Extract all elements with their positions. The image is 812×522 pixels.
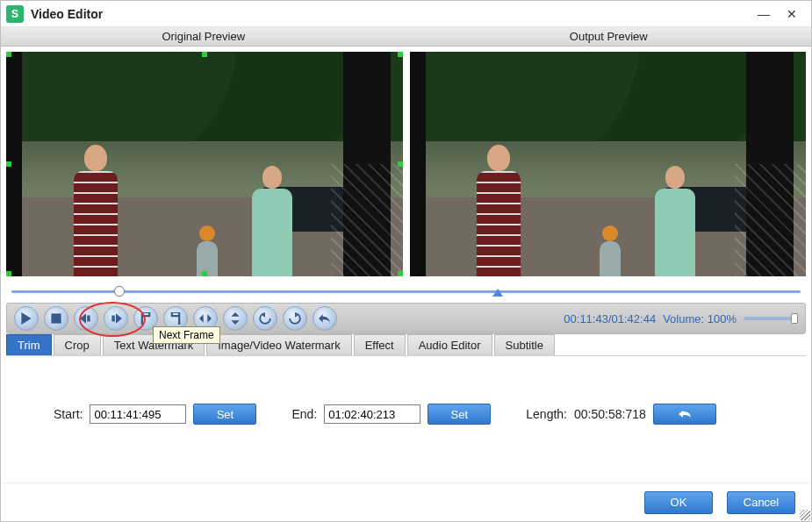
length-label: Length: [526,407,567,421]
trim-panel: Start: Set End: Set Length: 00:50:58:718 [1,356,811,483]
svg-rect-2 [111,316,114,322]
original-preview-label: Original Preview [1,27,406,46]
prev-frame-button[interactable] [74,306,98,331]
tab-image[interactable]: Image/Video Watermark [206,334,351,355]
flip-vertical-button[interactable] [223,306,248,331]
svg-rect-1 [87,316,90,322]
output-preview[interactable] [410,52,807,276]
app-icon: S [6,5,24,23]
preview-header: Original Preview Output Preview [1,27,811,46]
end-label: End: [291,407,317,421]
svg-rect-0 [51,313,61,323]
tab-row: TrimCropText WatermarkImage/Video Waterm… [6,334,806,356]
tab-trim[interactable]: Trim [6,334,52,355]
stop-button[interactable] [44,306,68,331]
set-start-button[interactable]: Set [193,404,256,425]
tab-crop[interactable]: Crop [54,334,101,355]
minimize-button[interactable]: — [750,4,778,24]
set-end-button[interactable]: Set [428,404,491,425]
start-input[interactable] [90,404,186,424]
volume-label: Volume: 100% [663,312,737,325]
length-value: 00:50:58:718 [574,407,646,421]
window-title: Video Editor [31,7,103,21]
dialog-footer: OK Cancel [1,483,811,521]
next-frame-tooltip: Next Frame [153,326,220,344]
tab-subtitle[interactable]: Subtitle [494,334,555,355]
tab-effect[interactable]: Effect [354,334,406,355]
ok-button[interactable]: OK [644,491,713,514]
undo-button[interactable] [313,306,337,331]
rotate-ccw-button[interactable] [253,306,277,331]
resize-grip-icon[interactable] [800,510,810,520]
video-editor-window: S Video Editor — ✕ Original Preview Outp… [0,0,812,522]
end-input[interactable] [324,404,420,424]
original-preview[interactable] [6,52,403,276]
timeline-playhead[interactable] [114,286,125,297]
timeline-out-marker[interactable] [492,289,503,297]
timeline-track[interactable] [11,283,801,299]
next-frame-button[interactable] [104,306,128,331]
play-button[interactable] [14,306,39,331]
start-label: Start: [54,407,83,421]
close-button[interactable]: ✕ [778,4,806,24]
cancel-button[interactable]: Cancel [727,491,795,514]
tab-audio[interactable]: Audio Editor [407,334,492,355]
output-preview-label: Output Preview [406,27,812,46]
preview-row [1,46,811,276]
reset-length-button[interactable] [653,404,716,425]
titlebar: S Video Editor — ✕ [1,1,811,27]
volume-slider[interactable] [744,317,798,320]
playback-time: 00:11:43/01:42:44 [564,312,656,325]
timeline-area [1,276,811,299]
transport-controls: Next Frame 00:11:43/01:42:44 Volume: 100… [6,303,806,334]
rotate-cw-button[interactable] [283,306,307,331]
